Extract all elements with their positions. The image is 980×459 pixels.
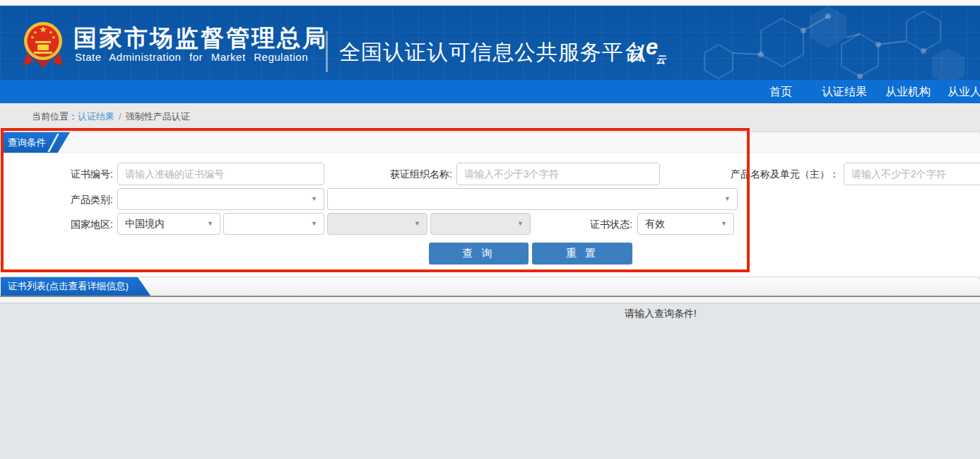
header-divider bbox=[326, 31, 328, 72]
cert-no-label: 证书编号: bbox=[28, 163, 113, 185]
region-label: 国家地区: bbox=[28, 213, 113, 236]
query-panel-header: 查询条件 bbox=[0, 132, 980, 153]
product-name-input[interactable] bbox=[844, 163, 980, 185]
search-button[interactable]: 查 询 bbox=[429, 243, 529, 265]
chevron-down-icon: ▼ bbox=[517, 214, 524, 234]
query-panel-title: 查询条件 bbox=[8, 137, 46, 148]
breadcrumb-prefix: 当前位置： bbox=[32, 111, 78, 122]
breadcrumb-separator: / bbox=[119, 111, 122, 122]
district-select-disabled: ▼ bbox=[430, 213, 531, 235]
results-area: 请输入查询条件! bbox=[0, 303, 980, 459]
query-form: 证书编号: 获证组织名称: 产品名称及单元（主）： 产品类别: ▼ ▼ 国家地区… bbox=[0, 153, 980, 277]
tab-edge-decoration bbox=[47, 134, 59, 152]
province-select[interactable]: ▼ bbox=[223, 213, 324, 235]
status-label: 证书状态: bbox=[548, 213, 632, 236]
svg-text:★: ★ bbox=[30, 35, 35, 40]
cert-no-input[interactable] bbox=[117, 163, 324, 185]
breadcrumb-link-results[interactable]: 认证结果 bbox=[78, 111, 114, 122]
logo-part-ren: 认 bbox=[627, 42, 646, 64]
national-emblem-icon: ★ ★ ★ ★ ★ bbox=[21, 19, 65, 69]
category-select-1[interactable]: ▼ bbox=[117, 188, 324, 210]
agency-title-cn: 国家市场监督管理总局 bbox=[73, 23, 328, 54]
breadcrumb: 当前位置：认证结果/强制性产品认证 bbox=[32, 110, 190, 123]
nav-item-home[interactable]: 首页 bbox=[769, 80, 792, 103]
breadcrumb-current: 强制性产品认证 bbox=[126, 111, 190, 122]
main-navbar: 首页 认证结果 从业机构 从业人员 bbox=[0, 80, 980, 103]
platform-title: 全国认证认可信息公共服务平台 bbox=[339, 38, 646, 67]
hexagon-decoration bbox=[697, 6, 980, 80]
nav-item-certification-results[interactable]: 认证结果 bbox=[822, 80, 867, 103]
nav-item-practitioners[interactable]: 从业人员 bbox=[947, 80, 980, 103]
results-tabbar: 证书列表(点击查看详细信息) bbox=[0, 277, 980, 297]
tab-certificate-list[interactable]: 证书列表(点击查看详细信息) bbox=[1, 277, 150, 296]
logo-part-yun: 云 bbox=[656, 54, 666, 65]
empty-results-message: 请输入查询条件! bbox=[625, 308, 697, 320]
page: ★ ★ ★ ★ ★ 国家市场监督管理总局 State Administratio… bbox=[0, 0, 980, 459]
country-select-value: 中国境内 bbox=[125, 214, 165, 234]
product-name-label: 产品名称及单元（主）： bbox=[721, 163, 839, 185]
ren-e-yun-logo: 认e云 bbox=[627, 40, 668, 66]
chevron-down-icon: ▼ bbox=[414, 214, 420, 234]
svg-text:★: ★ bbox=[39, 24, 47, 35]
org-name-input[interactable] bbox=[456, 163, 660, 185]
section-gap bbox=[0, 297, 980, 303]
chevron-down-icon: ▼ bbox=[311, 214, 317, 234]
country-select[interactable]: 中国境内 ▼ bbox=[117, 213, 220, 235]
reset-button[interactable]: 重 置 bbox=[532, 243, 632, 265]
status-select-value: 有效 bbox=[645, 214, 665, 234]
svg-text:★: ★ bbox=[33, 30, 37, 35]
category-select-2[interactable]: ▼ bbox=[327, 188, 738, 210]
category-label: 产品类别: bbox=[28, 188, 113, 211]
svg-text:★: ★ bbox=[52, 35, 56, 40]
svg-text:★: ★ bbox=[49, 30, 53, 35]
agency-title-en: State Administration for Market Regulati… bbox=[75, 51, 308, 63]
page-top-strip bbox=[0, 0, 980, 6]
chevron-down-icon: ▼ bbox=[724, 189, 731, 209]
chevron-down-icon: ▼ bbox=[207, 214, 213, 234]
chevron-down-icon: ▼ bbox=[311, 189, 317, 209]
status-select[interactable]: 有效 ▼ bbox=[637, 213, 734, 235]
site-header: ★ ★ ★ ★ ★ 国家市场监督管理总局 State Administratio… bbox=[0, 6, 980, 80]
city-select-disabled: ▼ bbox=[327, 213, 427, 235]
org-name-label: 获证组织名称: bbox=[353, 163, 452, 185]
tab-query-conditions: 查询条件 bbox=[1, 132, 70, 153]
chevron-down-icon: ▼ bbox=[721, 214, 727, 234]
nav-item-institutions[interactable]: 从业机构 bbox=[885, 80, 931, 103]
